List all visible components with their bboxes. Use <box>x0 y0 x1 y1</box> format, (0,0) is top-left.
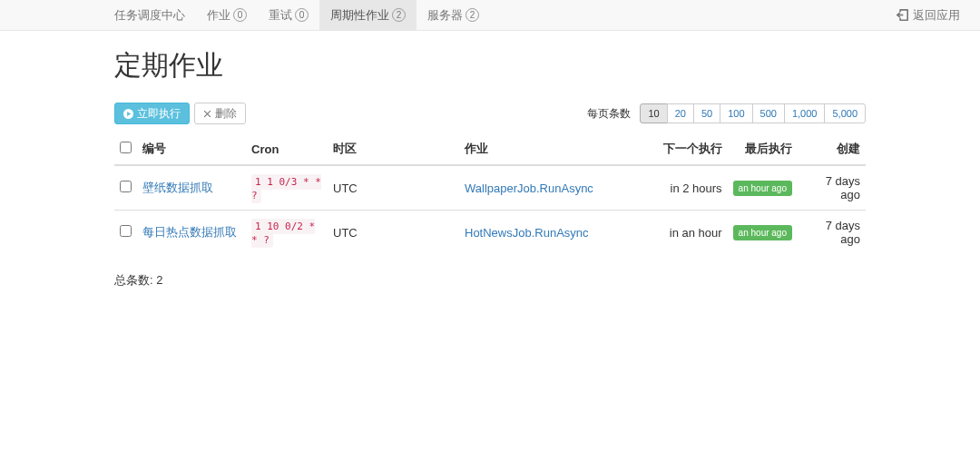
nav-recurring-count: 2 <box>392 8 406 22</box>
navbar: 任务调度中心 作业 0 重试 0 周期性作业 2 服务器 2 返回应用 <box>0 0 980 31</box>
next-exec: in an hour <box>646 211 728 255</box>
last-exec-badge: an hour ago <box>733 225 792 240</box>
header-next: 下一个执行 <box>646 133 728 165</box>
page-size-group: 10 20 50 100 500 1,000 5,000 <box>640 103 866 123</box>
page-size-label: 每页条数 <box>587 106 631 122</box>
return-app-link[interactable]: 返回应用 <box>897 7 969 24</box>
nav-recurring-label: 周期性作业 <box>330 7 389 24</box>
page-size-500[interactable]: 500 <box>752 103 785 123</box>
header-cron: Cron <box>246 133 328 165</box>
logout-icon <box>897 9 908 21</box>
page-size-5000[interactable]: 5,000 <box>824 103 866 123</box>
toolbar: 立即执行 删除 每页条数 10 20 50 100 500 1,000 5,00… <box>114 103 866 124</box>
nav-servers-label: 服务器 <box>427 7 463 24</box>
job-name-link[interactable]: 壁纸数据抓取 <box>142 181 213 194</box>
row-checkbox[interactable] <box>120 181 132 192</box>
run-now-label: 立即执行 <box>137 106 181 122</box>
close-icon <box>203 110 211 118</box>
nav-servers-count: 2 <box>466 8 479 22</box>
nav-jobs-count: 0 <box>233 8 247 22</box>
header-created: 创建 <box>798 133 866 165</box>
jobs-table: 编号 Cron 时区 作业 下一个执行 最后执行 创建 壁纸数据抓取 1 1 0… <box>114 133 866 254</box>
return-app-label: 返回应用 <box>913 7 960 24</box>
header-name: 编号 <box>137 133 246 165</box>
run-now-button[interactable]: 立即执行 <box>114 103 190 124</box>
play-icon <box>123 109 133 119</box>
table-row: 每日热点数据抓取 1 10 0/2 * * ? UTC HotNewsJob.R… <box>114 211 866 255</box>
total-label: 总条数: <box>114 273 153 287</box>
nav-retry[interactable]: 重试 0 <box>258 0 319 31</box>
select-all-checkbox[interactable] <box>120 142 132 153</box>
total-count: 总条数: 2 <box>114 272 866 289</box>
next-exec: in 2 hours <box>646 165 728 211</box>
job-method-link[interactable]: HotNewsJob.RunAsync <box>465 226 589 240</box>
nav-servers[interactable]: 服务器 2 <box>416 0 490 31</box>
created-cell: 7 days ago <box>798 165 866 211</box>
last-exec-badge: an hour ago <box>733 181 792 196</box>
total-value: 2 <box>156 273 162 287</box>
header-tz: 时区 <box>328 133 459 165</box>
page-size-20[interactable]: 20 <box>667 103 694 123</box>
tz-cell: UTC <box>328 165 459 211</box>
page-size-50[interactable]: 50 <box>693 103 720 123</box>
nav-retry-label: 重试 <box>269 7 292 24</box>
brand: 任务调度中心 <box>114 7 185 24</box>
job-name-link[interactable]: 每日热点数据抓取 <box>142 225 237 239</box>
page-size-100[interactable]: 100 <box>720 103 752 123</box>
header-checkbox-cell <box>114 133 137 165</box>
nav-jobs[interactable]: 作业 0 <box>196 0 258 31</box>
cron-expr: 1 1 0/3 * * ? <box>251 174 321 203</box>
row-checkbox[interactable] <box>120 225 132 237</box>
cron-expr: 1 10 0/2 * * ? <box>251 219 315 248</box>
page-size-1000[interactable]: 1,000 <box>784 103 826 123</box>
tz-cell: UTC <box>328 211 459 255</box>
created-cell: 7 days ago <box>798 211 866 255</box>
job-method-link[interactable]: WallpaperJob.RunAsync <box>465 181 593 195</box>
main-container: 定期作业 立即执行 删除 每页条数 10 20 50 100 500 1,000… <box>0 31 980 289</box>
table-row: 壁纸数据抓取 1 1 0/3 * * ? UTC WallpaperJob.Ru… <box>114 165 866 211</box>
nav-jobs-label: 作业 <box>207 7 230 24</box>
header-last: 最后执行 <box>728 133 798 165</box>
page-title: 定期作业 <box>114 47 866 84</box>
header-job: 作业 <box>459 133 646 165</box>
delete-button[interactable]: 删除 <box>194 103 246 124</box>
delete-label: 删除 <box>215 106 237 122</box>
nav-retry-count: 0 <box>295 8 309 22</box>
nav-items: 作业 0 重试 0 周期性作业 2 服务器 2 <box>196 0 490 31</box>
page-size-10[interactable]: 10 <box>640 103 667 123</box>
nav-recurring[interactable]: 周期性作业 2 <box>319 0 416 31</box>
